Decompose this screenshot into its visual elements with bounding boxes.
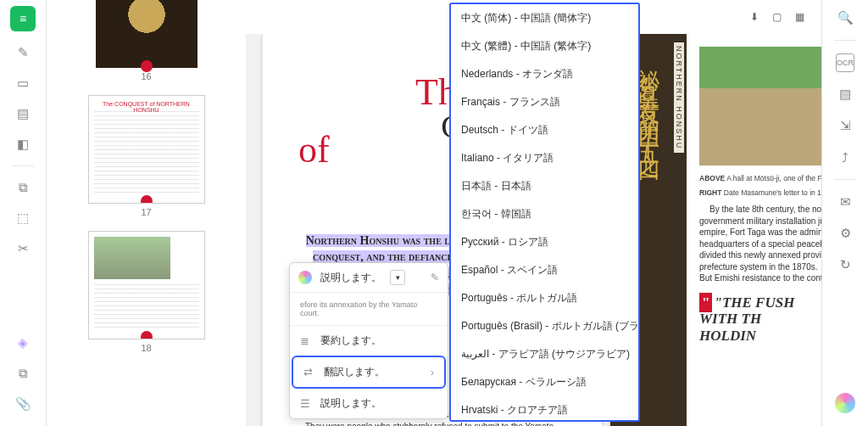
ocr-icon[interactable]: OCR <box>836 53 854 72</box>
thumbnail-panel: 16 17 18 <box>47 0 246 426</box>
ai-panel-title: 説明します。 <box>320 271 381 285</box>
language-option[interactable]: 中文 (繁體) - 中国語 (繁体字) <box>451 32 638 60</box>
ai-action-item[interactable]: ☰説明します。 <box>290 389 448 418</box>
download-icon[interactable]: ⬇ <box>750 11 759 23</box>
body-text: By the late 8th century, the northern ho… <box>699 204 821 284</box>
reader-icon[interactable]: ▦ <box>795 11 804 23</box>
ai-action-panel: 説明します。 ▾ ✎ efore its annexation by the Y… <box>289 262 448 419</box>
chevron-right-icon: › <box>431 367 434 378</box>
language-option[interactable]: Français - フランス語 <box>451 88 638 116</box>
language-option[interactable]: Hrvatski - クロアチア語 <box>451 396 638 422</box>
action-icon: ☰ <box>300 397 312 410</box>
language-option[interactable]: 日本語 - 日本語 <box>451 172 638 200</box>
ai-snippet: efore its annexation by the Yamato court… <box>290 293 448 326</box>
language-option[interactable]: Português (Brasil) - ポルトガル語 (ブラジル) <box>451 312 638 340</box>
language-option[interactable]: Italiano - イタリア語 <box>451 144 638 172</box>
crop-icon[interactable]: ✂ <box>14 239 32 258</box>
highlighter-icon[interactable]: ✎ <box>14 43 32 62</box>
note-icon[interactable]: ▭ <box>14 74 32 92</box>
language-option[interactable]: Português - ポルトガル語 <box>451 284 638 312</box>
settings-icon[interactable]: ⚙ <box>836 224 854 243</box>
language-option[interactable]: Беларуская - ベラルーシ語 <box>451 368 638 396</box>
ai-action-item[interactable]: ⇄翻訳します。› <box>293 357 444 387</box>
layers-icon[interactable]: ◈ <box>14 334 32 352</box>
caption: ABOVE A hall at Mōtsū-ji, one of the Fuj… <box>699 174 821 183</box>
search-icon[interactable]: 🔍 <box>836 8 854 27</box>
bookmark-icon[interactable]: ⧉ <box>14 364 32 383</box>
copy-icon[interactable]: ⧉ <box>14 178 32 197</box>
rotate-icon[interactable]: ↻ <box>836 255 854 274</box>
right-toolbar: 🔍 OCR ▤ ⇲ ⤴ ✉ ⚙ ↻ <box>821 0 868 426</box>
page-number: 18 <box>141 343 151 353</box>
action-label: 説明します。 <box>320 396 381 411</box>
thumbnail[interactable]: 16 <box>76 0 216 83</box>
action-icon: ⇄ <box>303 366 315 378</box>
ai-sparkle-icon[interactable] <box>835 393 855 413</box>
language-option[interactable]: 中文 (简体) - 中国語 (簡体字) <box>451 4 638 32</box>
mail-icon[interactable]: ✉ <box>836 193 854 211</box>
attachment-icon[interactable]: 📎 <box>14 395 32 413</box>
temple-photo <box>699 47 821 165</box>
shape-icon[interactable]: ◧ <box>14 135 32 154</box>
page-icon[interactable]: ▤ <box>836 85 854 104</box>
language-option[interactable]: Español - スペイン語 <box>451 256 638 284</box>
action-label: 要約します。 <box>320 334 381 348</box>
page-number: 17 <box>141 207 151 217</box>
sparkle-icon <box>298 271 312 284</box>
thumbnail[interactable]: 18 <box>76 231 216 355</box>
language-option[interactable]: 한국어 - 韓国語 <box>451 200 638 228</box>
app-logo[interactable]: ≡ <box>10 6 36 31</box>
thumbnail[interactable]: 17 <box>76 95 216 219</box>
ai-action-item[interactable]: ≣要約します。 <box>290 326 448 356</box>
dropdown-caret-icon[interactable]: ▾ <box>390 270 405 285</box>
side-label: NORTHERN HONSHU <box>674 42 684 153</box>
pen-icon[interactable]: ✎ <box>431 272 439 283</box>
page-spread-right: CONQUEST NORTHERN HONSHU 祕分眞善友品第四十五之四 AB… <box>610 34 821 426</box>
left-toolbar: ≡ ✎ ▭ ▤ ◧ ⧉ ⬚ ✂ ◈ ⧉ 📎 <box>0 0 47 426</box>
language-option[interactable]: Русский - ロシア語 <box>451 228 638 256</box>
pull-quote: ""THE FUSH WITH TH HOLDIN <box>699 294 821 345</box>
page-number: 16 <box>141 71 151 81</box>
language-option[interactable]: Deutsch - ドイツ語 <box>451 116 638 144</box>
language-option[interactable]: Nederlands - オランダ語 <box>451 60 638 88</box>
action-icon: ≣ <box>300 334 312 347</box>
paste-icon[interactable]: ⬚ <box>14 209 32 227</box>
present-icon[interactable]: ▢ <box>772 11 782 23</box>
export-icon[interactable]: ⇲ <box>836 116 854 135</box>
share-icon[interactable]: ⤴ <box>836 148 854 166</box>
action-label: 翻訳します。 <box>324 365 385 379</box>
language-menu: 中文 (简体) - 中国語 (簡体字)中文 (繁體) - 中国語 (繁体字)Ne… <box>449 3 640 422</box>
title-script: of <box>298 134 330 165</box>
text-icon[interactable]: ▤ <box>14 104 32 123</box>
caption: RIGHT Date Masamune's letter to in 1613,… <box>699 188 821 198</box>
language-option[interactable]: العربية - アラビア語 (サウジアラビア) <box>451 340 638 368</box>
